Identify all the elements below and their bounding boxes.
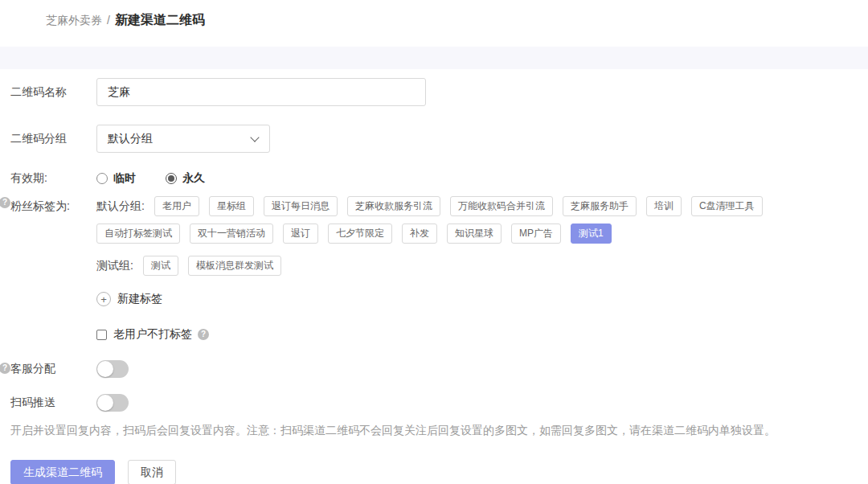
radio-icon xyxy=(96,173,108,184)
qr-group-label: 二维码分组 xyxy=(10,132,96,146)
question-icon[interactable]: ? xyxy=(0,363,10,374)
generate-qr-button[interactable]: 生成渠道二维码 xyxy=(10,460,115,484)
qr-group-select[interactable]: 默认分组 xyxy=(96,125,270,153)
page-title: 新建渠道二维码 xyxy=(115,13,205,27)
fan-tag[interactable]: 老用户 xyxy=(154,196,199,216)
question-icon[interactable]: ? xyxy=(198,329,209,340)
scan-push-row: 扫码推送 xyxy=(10,394,860,412)
validity-option-temporary[interactable]: 临时 xyxy=(96,171,136,186)
fan-tag[interactable]: C盘清理工具 xyxy=(691,196,763,216)
fan-tag[interactable]: 补发 xyxy=(402,224,437,244)
question-icon[interactable]: ? xyxy=(0,197,10,208)
radio-icon xyxy=(166,173,177,184)
fan-tag[interactable]: 培训 xyxy=(646,196,682,216)
fan-tag[interactable]: 自动打标签测试 xyxy=(96,224,180,244)
tag-group: 默认分组:老用户星标组退订每日消息芝麻收款服务引流万能收款码合并引流芝麻服务助手… xyxy=(96,196,860,251)
fan-tag[interactable]: 测试 xyxy=(143,256,178,276)
qr-name-label: 二维码名称 xyxy=(10,85,96,100)
fan-tag[interactable]: 芝麻收款服务引流 xyxy=(347,196,440,216)
chevron-down-icon xyxy=(250,133,259,142)
fan-tag[interactable]: 退订 xyxy=(283,224,318,244)
old-user-no-tag-label: 老用户不打标签 xyxy=(113,327,192,342)
tag-group-label: 测试组: xyxy=(96,256,133,276)
validity-option-permanent[interactable]: 永久 xyxy=(166,171,205,186)
toggle-knob xyxy=(97,361,113,377)
old-user-no-tag-checkbox[interactable] xyxy=(96,330,107,340)
new-tag-label: 新建标签 xyxy=(117,292,162,306)
new-tag-button[interactable]: + 新建标签 xyxy=(96,292,860,306)
fan-tag[interactable]: 模板消息群发测试 xyxy=(188,256,281,276)
plus-icon: + xyxy=(96,292,111,306)
toggle-knob xyxy=(97,395,113,411)
fan-tag[interactable]: 芝麻服务助手 xyxy=(563,196,637,216)
breadcrumb: 芝麻外卖券/新建渠道二维码 xyxy=(0,0,868,29)
validity-label: 有效期: xyxy=(10,171,96,186)
scan-push-help-text: 开启并设置回复内容，扫码后会回复设置内容。注意：扫码渠道二维码不会回复关注后回复… xyxy=(10,424,860,438)
tag-group: 测试组:测试模板消息群发测试 xyxy=(96,256,860,283)
cs-assign-label-text: 客服分配 xyxy=(10,362,55,375)
fan-tag[interactable]: 测试1 xyxy=(571,224,612,244)
validity-row: 有效期: 临时 永久 xyxy=(10,171,860,186)
qr-name-row: 二维码名称 xyxy=(10,78,860,106)
qr-name-input[interactable] xyxy=(96,78,426,106)
fan-tag[interactable]: 退订每日消息 xyxy=(264,196,338,216)
fan-tag[interactable]: 知识星球 xyxy=(447,224,502,244)
breadcrumb-separator: / xyxy=(107,14,110,27)
fan-tags-row: ? 粉丝标签为: 默认分组:老用户星标组退订每日消息芝麻收款服务引流万能收款码合… xyxy=(10,196,860,342)
cs-assign-row: ? 客服分配 xyxy=(10,360,860,378)
tag-group-label: 默认分组: xyxy=(96,196,145,216)
scan-push-label: 扫码推送 xyxy=(10,396,96,410)
validity-option-label: 永久 xyxy=(182,171,205,186)
footer-actions: 生成渠道二维码 取消 xyxy=(10,460,860,484)
no-tag-checkbox-row: 老用户不打标签 ? xyxy=(96,327,860,342)
section-band xyxy=(0,47,868,69)
qr-group-selected-value: 默认分组 xyxy=(108,132,153,146)
fan-tag[interactable]: MP广告 xyxy=(511,224,561,244)
fan-tag[interactable]: 星标组 xyxy=(209,196,254,216)
tag-groups: 默认分组:老用户星标组退订每日消息芝麻收款服务引流万能收款码合并引流芝麻服务助手… xyxy=(96,196,860,283)
qr-group-row: 二维码分组 默认分组 xyxy=(10,125,860,153)
scan-push-toggle[interactable] xyxy=(96,394,129,412)
cancel-button[interactable]: 取消 xyxy=(128,460,176,484)
validity-option-label: 临时 xyxy=(113,171,136,186)
fan-tags-label-text: 粉丝标签为: xyxy=(10,199,70,212)
breadcrumb-parent[interactable]: 芝麻外卖券 xyxy=(46,14,102,27)
fan-tag[interactable]: 七夕节限定 xyxy=(328,224,392,244)
fan-tags-column: 默认分组:老用户星标组退订每日消息芝麻收款服务引流万能收款码合并引流芝麻服务助手… xyxy=(96,196,860,342)
cs-assign-toggle[interactable] xyxy=(96,360,129,378)
qr-form: 二维码名称 二维码分组 默认分组 有效期: 临时 永久 ? 粉丝 xyxy=(0,69,868,484)
fan-tag[interactable]: 万能收款码合并引流 xyxy=(450,196,553,216)
create-channel-qr-page: 芝麻外卖券/新建渠道二维码 二维码名称 二维码分组 默认分组 有效期: 临时 永… xyxy=(0,0,868,484)
fan-tags-label: ? 粉丝标签为: xyxy=(10,196,96,342)
cs-assign-label: ? 客服分配 xyxy=(10,362,96,376)
fan-tag[interactable]: 双十一营销活动 xyxy=(190,224,273,244)
